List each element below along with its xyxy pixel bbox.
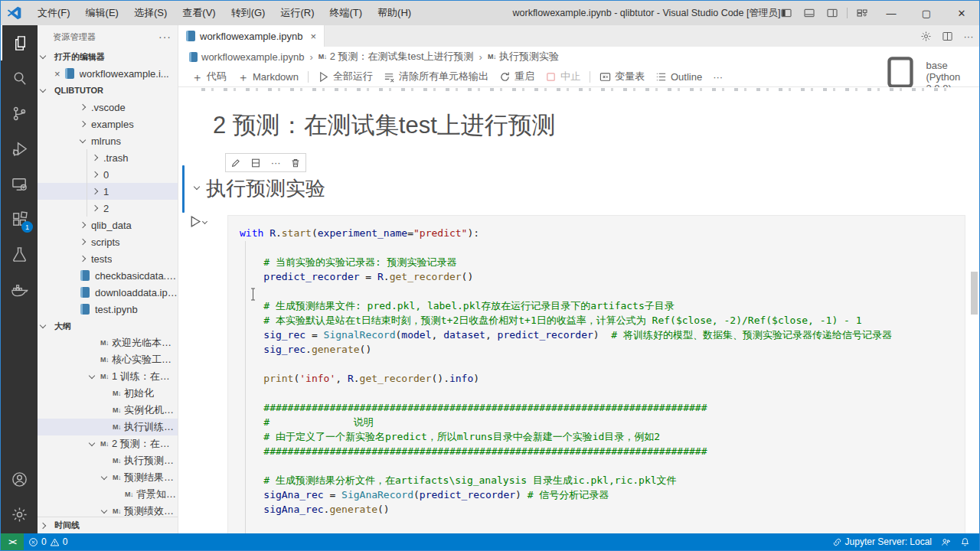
sidebar-more-actions-icon[interactable]: ··· — [158, 31, 172, 43]
section-open-editors[interactable]: 打开的编辑器 — [38, 48, 178, 65]
outline-item[interactable]: M↓背景知识: — [38, 486, 178, 503]
collapse-cell-icon[interactable] — [194, 184, 200, 190]
breadcrumb-subsection[interactable]: M↓ 执行预测实验 — [488, 50, 559, 64]
activity-testing[interactable] — [1, 236, 38, 272]
toggle-secondary-sidebar-icon[interactable] — [821, 1, 844, 25]
delete-cell-icon[interactable] — [290, 158, 301, 168]
editor-more-actions-icon[interactable]: ··· — [958, 25, 979, 47]
tab-workflowexample[interactable]: workflowexample.ipynb × — [178, 25, 325, 47]
remote-indicator[interactable]: >< — [1, 533, 24, 550]
code-line: # 当前实验的实验记录器: 预测实验记录器 — [240, 255, 965, 269]
tree-item[interactable]: 0 — [38, 166, 178, 183]
outline-item[interactable]: M↓执行预测实验 — [38, 452, 178, 469]
split-editor-icon[interactable] — [936, 25, 958, 47]
outline-item[interactable]: M↓核心实验工作流步骤 — [38, 351, 178, 368]
toggle-panel-icon[interactable] — [798, 1, 821, 25]
chevron-icon — [80, 256, 86, 262]
tree-item[interactable]: 1 — [38, 183, 178, 200]
outline-item[interactable]: M↓欢迎光临本人知乎... — [38, 334, 178, 351]
minimize-button[interactable]: — — [874, 1, 909, 25]
activity-search[interactable] — [1, 60, 38, 96]
cell-more-actions-icon[interactable]: ··· — [271, 157, 281, 168]
breadcrumb-section[interactable]: M↓ 2 预测：在测试集test上进行预测 — [318, 50, 474, 64]
close-editor-icon[interactable]: × — [54, 68, 60, 80]
notifications-indicator[interactable] — [956, 533, 975, 550]
notebook-settings-icon[interactable] — [915, 25, 936, 47]
outline-item[interactable]: M↓实例化机器学习模... — [38, 402, 178, 419]
split-cell-icon[interactable] — [250, 158, 261, 168]
code-cell[interactable]: with R.start(experiment_name="predict"):… — [227, 215, 965, 533]
activity-docker[interactable] — [1, 272, 38, 307]
outline-item-label: 1 训练：在训练集... — [112, 370, 178, 383]
close-window-button[interactable]: ✕ — [944, 1, 979, 25]
outline-item[interactable]: M↓初始化 — [38, 385, 178, 402]
menu-item-4[interactable]: 转到(G) — [224, 1, 273, 25]
tree-item[interactable]: scripts — [38, 233, 178, 250]
activity-explorer[interactable] — [1, 25, 38, 60]
run-options-icon[interactable] — [202, 219, 207, 224]
restart-icon — [499, 71, 511, 83]
activity-extensions[interactable]: 1 — [1, 201, 38, 236]
tree-item[interactable]: .vscode — [38, 99, 178, 116]
tree-item[interactable]: mlruns — [38, 132, 178, 149]
section-timeline[interactable]: 时间线 — [38, 517, 178, 533]
clear-outputs-button[interactable]: 清除所有单元格输出 — [378, 67, 494, 86]
tree-item[interactable]: qlib_data — [38, 217, 178, 233]
run-all-button[interactable]: 全部运行 — [312, 67, 378, 86]
menu-item-0[interactable]: 文件(F) — [30, 1, 78, 25]
outline-button[interactable]: Outline — [650, 67, 707, 86]
restart-button[interactable]: 重启 — [494, 67, 540, 86]
section-project[interactable]: QLIBTUTOR — [38, 82, 178, 99]
toggle-sidebar-icon[interactable] — [775, 1, 798, 25]
activity-remote-explorer[interactable] — [1, 166, 38, 201]
maximize-button[interactable]: ▢ — [909, 1, 944, 25]
source-control-icon — [11, 105, 28, 122]
tree-item[interactable]: examples — [38, 116, 178, 132]
menu-item-3[interactable]: 查看(V) — [175, 1, 223, 25]
tree-item[interactable]: .trash — [38, 149, 178, 166]
tree-item[interactable]: 2 — [38, 200, 178, 217]
cell-toolbar: ··· — [225, 153, 306, 172]
menu-item-5[interactable]: 运行(R) — [273, 1, 322, 25]
edit-cell-icon[interactable] — [230, 158, 241, 168]
editor-area: workflowexample.ipynb × ··· workflowex — [178, 25, 979, 533]
outline-item[interactable]: M↓执行训练模型实验 — [38, 419, 178, 435]
activity-source-control[interactable] — [1, 96, 38, 131]
outline-item[interactable]: M↓预测结果查询 — [38, 469, 178, 486]
breadcrumb-file[interactable]: workflowexample.ipynb — [189, 51, 304, 63]
jupyter-server-indicator[interactable]: Jupyter Server: Local — [828, 533, 936, 550]
menu-item-2[interactable]: 选择(S) — [126, 1, 175, 25]
activity-settings[interactable] — [1, 497, 38, 532]
run-cell-button[interactable] — [188, 215, 213, 232]
tab-bar: workflowexample.ipynb × ··· — [178, 25, 979, 47]
menu-item-7[interactable]: 帮助(H) — [370, 1, 419, 25]
menu-item-1[interactable]: 编辑(E) — [78, 1, 126, 25]
outline-item[interactable]: M↓1 训练：在训练集... — [38, 368, 178, 385]
outline-item[interactable]: M↓2 预测：在测试集t... — [38, 435, 178, 452]
variables-button[interactable]: 变量表 — [594, 67, 650, 86]
tab-close-icon[interactable]: × — [310, 31, 316, 42]
scrollbar-thumb[interactable] — [971, 272, 978, 315]
tree-item[interactable]: test.ipynb — [38, 301, 178, 318]
activity-account[interactable] — [1, 461, 38, 497]
add-markdown-cell-button[interactable]: ＋Markdown — [232, 67, 304, 86]
feedback-indicator[interactable] — [936, 533, 956, 550]
files-icon — [11, 34, 29, 52]
section-outline[interactable]: 大纲 — [38, 318, 178, 334]
tree-item[interactable]: tests — [38, 250, 178, 267]
tree-item-label: checkbasicdata.ipynb — [95, 270, 178, 282]
tree-item[interactable]: checkbasicdata.ipynb — [38, 267, 178, 284]
code-editor: with R.start(experiment_name="predict"):… — [240, 226, 965, 517]
problems-indicator[interactable]: 0 0 — [24, 533, 72, 550]
interrupt-button[interactable]: 中止 — [540, 67, 586, 86]
menu-item-6[interactable]: 终端(T) — [322, 1, 370, 25]
outline-item[interactable]: M↓预测绩效分析图 — [38, 503, 178, 517]
customize-layout-icon[interactable] — [851, 1, 874, 25]
activity-run-debug[interactable] — [1, 131, 38, 166]
tree-item[interactable]: downloaddata.ipynb — [38, 284, 178, 301]
code-line: # 生成预测结果文件: pred.pkl, label.pkl存放在运行记录目录… — [240, 298, 965, 313]
add-code-cell-button[interactable]: ＋代码 — [186, 67, 232, 86]
open-editor-item[interactable]: × workflowexample.i... — [38, 65, 178, 82]
markdown-cell[interactable]: ··· 执行预测实验 — [178, 153, 979, 202]
toolbar-more-button[interactable]: ··· — [707, 67, 728, 86]
